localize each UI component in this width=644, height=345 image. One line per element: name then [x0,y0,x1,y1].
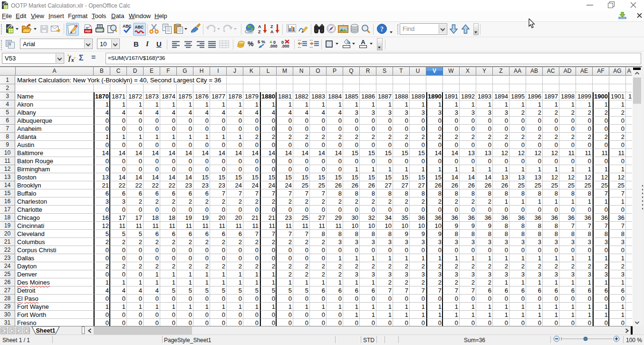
svg-text:A: A [270,30,274,34]
svg-text:PDF: PDF [86,30,91,33]
svg-text:Sheet1: Sheet1 [36,327,56,334]
svg-text:.000: .000 [269,44,278,48]
svg-text:%: % [261,39,265,44]
svg-text:$: $ [258,39,260,44]
svg-text:x: x [71,58,74,63]
svg-text:A: A [361,39,365,46]
svg-text:.000: .000 [281,44,289,48]
svg-text:?: ? [380,26,384,33]
svg-text:ABC: ABC [135,25,144,30]
svg-text:Z: Z [270,24,273,29]
svg-text:Z: Z [258,30,261,34]
svg-text:A: A [258,24,261,29]
